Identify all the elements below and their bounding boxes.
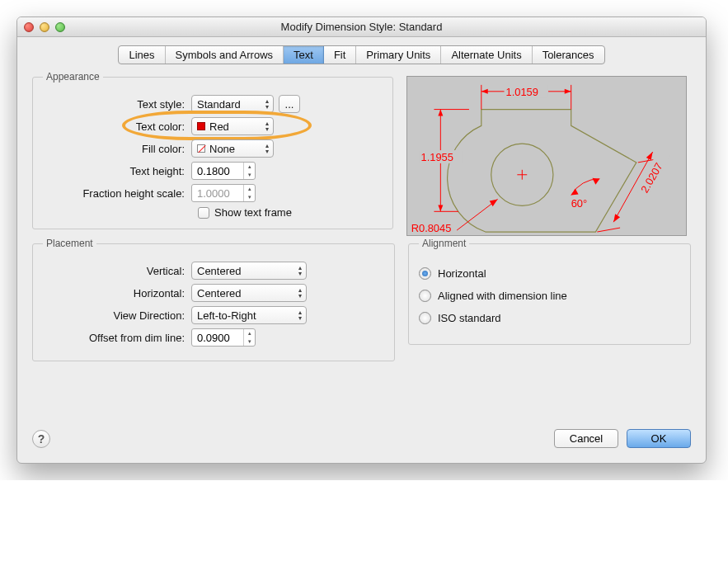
- svg-marker-24: [571, 189, 579, 196]
- text-style-select[interactable]: Standard ▴▾: [191, 95, 274, 113]
- alignment-horizontal-radio[interactable]: [419, 267, 431, 280]
- fraction-scale-label: Fraction height scale:: [43, 187, 191, 200]
- alignment-aligned-radio[interactable]: [419, 290, 431, 302]
- chevron-updown-icon: ▴▾: [265, 98, 268, 110]
- alignment-iso-label: ISO standard: [438, 312, 501, 324]
- chevron-updown-icon: ▴▾: [298, 265, 301, 276]
- text-color-label: Text color:: [43, 120, 191, 133]
- offset-input[interactable]: [192, 332, 243, 344]
- appearance-legend: Appearance: [43, 71, 103, 83]
- titlebar: Modify Dimension Style: Standard: [17, 17, 706, 37]
- text-style-value: Standard: [197, 98, 241, 111]
- svg-marker-6: [481, 89, 488, 94]
- tab-tolerances[interactable]: Tolerances: [533, 46, 604, 64]
- alignment-group: Alignment Horizontal Aligned with dimens…: [408, 238, 691, 345]
- show-text-frame-label: Show text frame: [214, 206, 292, 219]
- help-button[interactable]: ?: [32, 430, 50, 448]
- vertical-value: Centered: [197, 265, 241, 277]
- preview-pane: 1.0159 1.1955: [406, 71, 691, 236]
- svg-text:R0.8045: R0.8045: [411, 222, 452, 234]
- tab-bar: Lines Symbols and Arrows Text Fit Primar…: [17, 37, 706, 68]
- svg-text:2.0207: 2.0207: [638, 161, 665, 196]
- text-height-label: Text height:: [43, 165, 191, 177]
- svg-marker-28: [490, 199, 498, 206]
- window-title: Modify Dimension Style: Standard: [17, 21, 706, 33]
- svg-marker-14: [438, 205, 443, 211]
- horizontal-label: Horizontal:: [43, 287, 191, 300]
- svg-text:60°: 60°: [571, 197, 587, 210]
- step-down-icon[interactable]: ▾: [244, 171, 255, 179]
- tab-text[interactable]: Text: [284, 46, 324, 64]
- chevron-updown-icon: ▴▾: [298, 287, 301, 299]
- chevron-updown-icon: ▴▾: [298, 309, 301, 321]
- vertical-select[interactable]: Centered ▴▾: [191, 262, 307, 280]
- tab-lines[interactable]: Lines: [119, 46, 165, 64]
- dialog-window: Modify Dimension Style: Standard Lines S…: [16, 17, 707, 464]
- tab-primary-units[interactable]: Primary Units: [356, 46, 441, 64]
- dimension-preview-icon: 1.0159 1.1955: [407, 77, 686, 235]
- step-down-icon: ▾: [244, 193, 255, 201]
- placement-legend: Placement: [43, 238, 96, 249]
- show-text-frame-checkbox[interactable]: [198, 207, 209, 219]
- step-down-icon[interactable]: ▾: [244, 337, 255, 346]
- offset-stepper[interactable]: ▴▾: [191, 328, 256, 347]
- none-swatch-icon: [197, 144, 205, 153]
- step-up-icon: ▴: [244, 185, 255, 193]
- vertical-label: Vertical:: [43, 265, 191, 277]
- ok-button[interactable]: OK: [627, 429, 691, 448]
- fill-color-select[interactable]: None ▴▾: [191, 139, 274, 158]
- alignment-aligned-label: Aligned with dimension line: [438, 290, 567, 302]
- tab-alternate-units[interactable]: Alternate Units: [441, 46, 532, 64]
- text-color-value: Red: [209, 120, 229, 133]
- svg-marker-13: [438, 110, 443, 116]
- svg-marker-21: [613, 214, 620, 222]
- appearance-group: Appearance Text style: Standard ▴▾ ... T…: [32, 71, 393, 229]
- svg-marker-25: [592, 178, 599, 185]
- cancel-button[interactable]: Cancel: [554, 429, 618, 448]
- chevron-updown-icon: ▴▾: [265, 120, 268, 132]
- svg-marker-20: [646, 152, 653, 160]
- step-up-icon[interactable]: ▴: [244, 163, 255, 171]
- text-color-select[interactable]: Red ▴▾: [191, 117, 274, 135]
- svg-marker-7: [565, 89, 571, 94]
- red-swatch-icon: [197, 122, 205, 130]
- fill-color-value: None: [209, 143, 235, 155]
- text-style-label: Text style:: [43, 98, 191, 111]
- step-up-icon[interactable]: ▴: [244, 329, 255, 337]
- fill-color-label: Fill color:: [43, 143, 191, 155]
- svg-line-19: [597, 228, 620, 232]
- view-direction-label: View Direction:: [43, 309, 191, 322]
- tab-fit[interactable]: Fit: [324, 46, 356, 64]
- text-style-browse-button[interactable]: ...: [279, 95, 300, 113]
- horizontal-select[interactable]: Centered ▴▾: [191, 284, 307, 302]
- dialog-footer: ? Cancel OK: [17, 422, 706, 463]
- fraction-scale-stepper: ▴▾: [191, 184, 256, 202]
- horizontal-value: Centered: [197, 287, 241, 300]
- text-height-input[interactable]: [192, 165, 243, 177]
- fraction-scale-input: [192, 187, 243, 200]
- svg-text:1.0159: 1.0159: [506, 86, 538, 98]
- text-height-stepper[interactable]: ▴▾: [191, 162, 256, 180]
- chevron-updown-icon: ▴▾: [265, 143, 268, 154]
- alignment-horizontal-label: Horizontal: [438, 267, 486, 280]
- svg-text:1.1955: 1.1955: [421, 151, 453, 163]
- placement-group: Placement Vertical: Centered ▴▾ Horizont…: [32, 238, 395, 361]
- tab-symbols-arrows[interactable]: Symbols and Arrows: [166, 46, 284, 64]
- offset-label: Offset from dim line:: [43, 332, 191, 344]
- alignment-iso-radio[interactable]: [419, 312, 431, 324]
- view-direction-select[interactable]: Left-to-Right ▴▾: [191, 306, 307, 324]
- view-direction-value: Left-to-Right: [197, 309, 256, 322]
- alignment-legend: Alignment: [419, 238, 469, 249]
